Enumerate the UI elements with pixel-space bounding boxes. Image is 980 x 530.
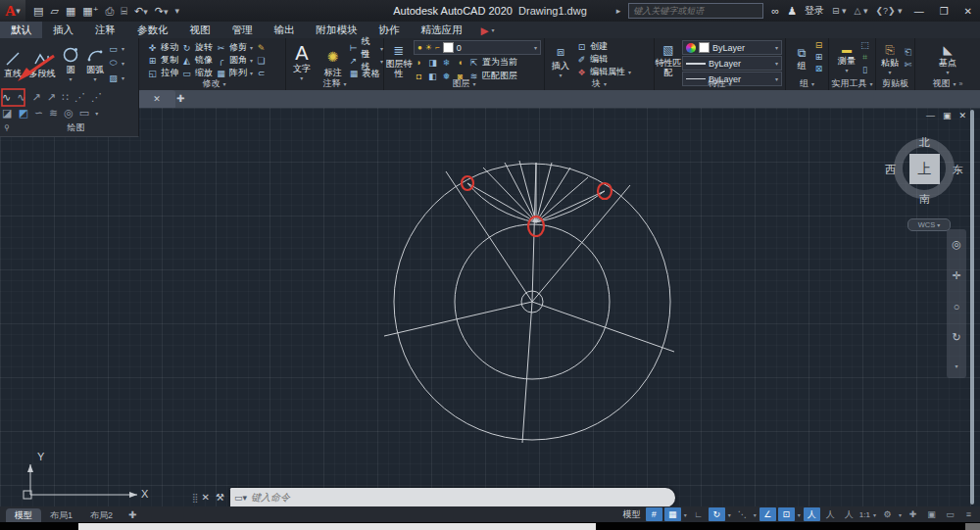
layer-freeze-icon[interactable]: ❄ [441,58,452,68]
panel-label-properties[interactable]: 特性▾ [655,77,785,90]
divide-icon[interactable]: ⋰ [74,91,85,104]
viewport-close-icon[interactable]: ✕ [959,111,967,120]
snap-dropdown-icon[interactable]: ▾ [683,511,688,518]
minimize-button[interactable]: — [910,6,928,17]
trim-icon[interactable]: ✂ [216,43,226,53]
annotation-scale-value[interactable]: 1:1 [859,510,870,519]
status-model-label[interactable]: 模型 [623,508,641,521]
tab-addins[interactable]: 附加模块 [306,22,368,38]
polyline-button[interactable]: 多段线 [25,47,59,78]
donut-icon[interactable]: ◎ [64,107,74,120]
plot-icon[interactable]: ⎙ [105,5,114,18]
edit-block-label[interactable]: 编辑 [590,53,608,66]
command-input[interactable] [249,491,625,504]
cut-clip-icon[interactable]: ✄ [903,60,913,70]
panel-label-annotation[interactable]: 注释▾ [286,77,383,90]
help-search-input[interactable] [628,3,763,19]
new-drawing-tab-icon[interactable]: ✚ [176,93,184,104]
ortho-toggle[interactable]: ∟ [690,507,707,521]
color-dropdown[interactable]: ByLayer ▾ [682,40,782,55]
layer-dropdown[interactable]: ● ☀ ⌐ 0 ▾ [414,40,541,55]
workspace-gear-icon[interactable]: ⚙ [879,507,896,521]
panel-label-layers[interactable]: 图层▾ [384,77,544,90]
boundary-icon[interactable]: ◩ [18,107,27,120]
tab-layout1[interactable]: 布局1 [41,508,81,522]
stretch-icon[interactable]: ◱ [147,69,158,78]
layer-off-icon[interactable]: ◗ [414,58,424,68]
clean-screen-icon[interactable]: ▭ [942,507,958,521]
panel-label-draw[interactable]: 绘图 [14,121,138,134]
tab-model[interactable]: 模型 [6,508,41,522]
flyout-more-icon[interactable]: ▾ [95,110,98,117]
edit-block-icon[interactable]: ✐ [576,55,587,65]
calculator-icon[interactable]: ▯ [859,65,870,74]
isodraft-toggle[interactable]: ⋱ [734,507,751,521]
annotation-scale-toggle[interactable]: 人 [841,507,858,521]
copy-icon[interactable]: ⊞ [147,56,158,66]
tab-layout2[interactable]: 布局2 [81,508,122,522]
trim-label[interactable]: 修剪 [229,41,247,54]
command-close-icon[interactable]: ✕ [202,492,210,503]
match-properties-button[interactable]: ▧ 特性匹配 [655,40,682,77]
hatch-icon[interactable]: ▨ [108,73,119,83]
wcs-dropdown[interactable]: WCS▾ [907,218,951,231]
layer-isolate-icon[interactable]: ◨ [427,58,438,68]
measure-divide-icon[interactable]: ⋰ [91,91,102,104]
viewcube-west-label[interactable]: 西 [885,163,896,177]
offset-icon[interactable]: ⊂ [256,69,267,78]
scale-dropdown-icon[interactable]: ▾ [872,511,877,518]
erase-feather-icon[interactable]: ✎ [256,43,267,53]
close-tab-icon[interactable]: ✕ [153,94,161,104]
application-menu-button[interactable]: A▾ [0,0,25,22]
zoom-icon[interactable]: ○ [954,301,960,313]
create-block-icon[interactable]: ⊡ [576,42,587,52]
make-current-icon[interactable]: ⇱ [468,58,479,68]
print-icon[interactable]: ⌸ [121,5,127,18]
new-file-icon[interactable]: ▤ [33,5,43,18]
autoscale-toggle[interactable]: 人 [822,507,839,521]
tab-insert[interactable]: 插入 [42,22,84,38]
rotate-label[interactable]: 旋转 [195,41,213,54]
redo-icon[interactable]: ↷▾ [155,5,169,18]
3d-polyline-icon[interactable]: ▭ [79,107,89,120]
recent-commands-icon[interactable]: ▭▾ [234,493,247,503]
panel-label-block[interactable]: 块▾ [545,77,654,90]
undo-icon[interactable]: ↶▾ [134,5,148,18]
panel-label-modify[interactable]: 修改▾ [143,77,285,90]
copy-clip-icon[interactable]: ⎗ [903,47,913,58]
layer-unlock-icon[interactable]: ◖ [455,58,466,68]
orbit-icon[interactable]: ↻ [952,331,960,344]
workspace-dropdown-icon[interactable]: ▾ [898,511,903,518]
group-edit-icon[interactable]: ⊞ [813,52,824,62]
pan-icon[interactable]: ✛ [952,269,960,282]
revision-cloud-icon[interactable]: ∽ [34,107,43,120]
viewcube-north-label[interactable]: 北 [919,135,930,150]
spline-cv-icon[interactable]: ∿ [17,91,25,104]
dimension-button[interactable]: ✺ 标注 [318,44,349,77]
viewcube-south-label[interactable]: 南 [919,192,930,207]
layer-properties-button[interactable]: ≣ 图层特性 [384,40,414,78]
annotation-visibility-toggle[interactable]: 人 [804,507,820,521]
make-current-label[interactable]: 置为当前 [482,56,517,69]
panel-label-group[interactable]: 组▾ [786,77,828,90]
spline-fit-icon[interactable]: ∿ [2,91,11,104]
create-block-label[interactable]: 创建 [590,40,608,53]
wipeout-icon[interactable]: ≋ [49,107,58,120]
ungroup-icon[interactable]: ⊟ [813,40,824,50]
restore-button[interactable]: ❐ [936,6,953,17]
close-button[interactable]: ✕ [960,6,976,17]
search-exchange-icon[interactable]: ∞ [771,5,779,17]
polar-dropdown-icon[interactable]: ▾ [727,511,732,518]
viewcube-east-label[interactable]: 东 [953,163,963,177]
tab-parametric[interactable]: 参数化 [126,22,179,38]
construction-line-icon[interactable]: ↗ [31,91,40,104]
base-button[interactable]: ◣ 基点▾ [931,40,964,75]
edit-attributes-icon[interactable]: ❖ [576,68,587,77]
steering-wheel-icon[interactable]: ◎ [952,238,961,251]
quick-select-icon[interactable]: ⬚ [859,40,870,50]
help-icon[interactable]: ❮?❯ ▾ [876,6,903,16]
ray-icon[interactable]: ↗ [47,91,56,104]
new-layout-icon[interactable]: ✚ [122,509,143,520]
paste-button[interactable]: ⎘ 粘贴▾ [877,40,903,75]
line-button[interactable]: 直线 [0,47,25,78]
